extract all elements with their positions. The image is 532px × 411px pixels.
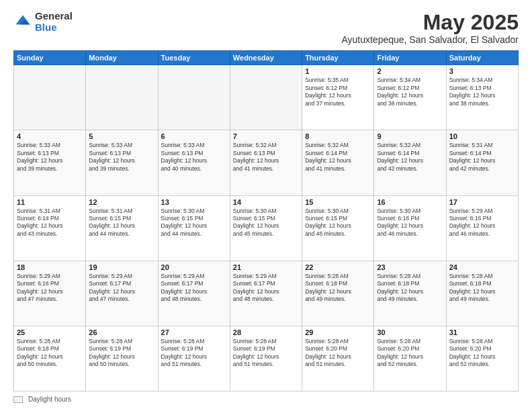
calendar-cell: 21Sunrise: 5:29 AM Sunset: 6:17 PM Dayli…	[230, 261, 302, 326]
day-info: Sunrise: 5:29 AM Sunset: 6:17 PM Dayligh…	[89, 273, 154, 304]
day-number: 7	[233, 132, 299, 140]
day-number: 30	[377, 328, 443, 336]
day-number: 23	[377, 263, 443, 271]
footer: Daylight hours	[13, 396, 519, 403]
calendar-week-1: 4Sunrise: 5:33 AM Sunset: 6:13 PM Daylig…	[14, 130, 519, 195]
month-title: May 2025	[341, 11, 519, 34]
day-info: Sunrise: 5:32 AM Sunset: 6:13 PM Dayligh…	[233, 142, 299, 173]
day-info: Sunrise: 5:31 AM Sunset: 6:14 PM Dayligh…	[449, 142, 515, 173]
day-number: 25	[17, 328, 83, 336]
calendar-cell: 20Sunrise: 5:29 AM Sunset: 6:17 PM Dayli…	[158, 261, 230, 326]
calendar-cell	[86, 65, 158, 130]
calendar-cell: 12Sunrise: 5:31 AM Sunset: 6:15 PM Dayli…	[86, 195, 158, 261]
calendar-cell: 30Sunrise: 5:28 AM Sunset: 6:20 PM Dayli…	[374, 326, 446, 391]
day-info: Sunrise: 5:29 AM Sunset: 6:17 PM Dayligh…	[161, 273, 227, 304]
day-number: 10	[449, 132, 515, 140]
calendar-cell: 5Sunrise: 5:33 AM Sunset: 6:13 PM Daylig…	[86, 130, 158, 195]
day-number: 13	[161, 198, 227, 206]
day-info: Sunrise: 5:32 AM Sunset: 6:14 PM Dayligh…	[377, 142, 443, 173]
day-number: 16	[377, 198, 443, 206]
day-number: 26	[89, 328, 154, 336]
day-info: Sunrise: 5:29 AM Sunset: 6:16 PM Dayligh…	[17, 273, 83, 304]
day-info: Sunrise: 5:28 AM Sunset: 6:18 PM Dayligh…	[17, 338, 83, 369]
logo: General Blue	[13, 11, 73, 33]
day-info: Sunrise: 5:34 AM Sunset: 6:13 PM Dayligh…	[449, 77, 515, 107]
calendar-cell	[14, 65, 86, 130]
logo-blue-label: Blue	[35, 22, 73, 34]
day-info: Sunrise: 5:35 AM Sunset: 6:12 PM Dayligh…	[305, 77, 371, 107]
day-info: Sunrise: 5:30 AM Sunset: 6:15 PM Dayligh…	[161, 208, 227, 238]
header-tuesday: Tuesday	[158, 51, 230, 65]
calendar-cell: 4Sunrise: 5:33 AM Sunset: 6:13 PM Daylig…	[14, 130, 86, 195]
day-number: 14	[233, 198, 299, 206]
day-number: 12	[89, 198, 154, 206]
day-number: 3	[449, 67, 515, 75]
day-info: Sunrise: 5:29 AM Sunset: 6:16 PM Dayligh…	[449, 208, 515, 238]
day-number: 18	[17, 263, 83, 271]
day-info: Sunrise: 5:31 AM Sunset: 6:14 PM Dayligh…	[17, 208, 83, 238]
day-info: Sunrise: 5:28 AM Sunset: 6:18 PM Dayligh…	[377, 273, 443, 304]
header-monday: Monday	[86, 51, 158, 65]
day-info: Sunrise: 5:28 AM Sunset: 6:19 PM Dayligh…	[161, 338, 227, 369]
calendar-cell: 6Sunrise: 5:33 AM Sunset: 6:13 PM Daylig…	[158, 130, 230, 195]
calendar-week-4: 25Sunrise: 5:28 AM Sunset: 6:18 PM Dayli…	[14, 326, 519, 391]
day-info: Sunrise: 5:30 AM Sunset: 6:15 PM Dayligh…	[233, 208, 299, 238]
day-number: 8	[305, 132, 371, 140]
calendar-cell	[230, 65, 302, 130]
day-number: 27	[161, 328, 227, 336]
calendar-cell: 2Sunrise: 5:34 AM Sunset: 6:12 PM Daylig…	[374, 65, 446, 130]
calendar-cell: 25Sunrise: 5:28 AM Sunset: 6:18 PM Dayli…	[14, 326, 86, 391]
logo-general-label: General	[35, 11, 73, 22]
calendar-cell: 18Sunrise: 5:29 AM Sunset: 6:16 PM Dayli…	[14, 261, 86, 326]
day-info: Sunrise: 5:32 AM Sunset: 6:14 PM Dayligh…	[305, 142, 371, 173]
calendar-cell: 31Sunrise: 5:28 AM Sunset: 6:20 PM Dayli…	[446, 326, 518, 391]
day-info: Sunrise: 5:33 AM Sunset: 6:13 PM Dayligh…	[17, 142, 83, 173]
calendar-cell	[158, 65, 230, 130]
day-number: 24	[449, 263, 515, 271]
weekday-header-row: Sunday Monday Tuesday Wednesday Thursday…	[14, 51, 519, 65]
header-friday: Friday	[374, 51, 446, 65]
day-number: 19	[89, 263, 154, 271]
calendar-cell: 26Sunrise: 5:28 AM Sunset: 6:19 PM Dayli…	[86, 326, 158, 391]
day-number: 2	[377, 67, 443, 75]
calendar-cell: 27Sunrise: 5:28 AM Sunset: 6:19 PM Dayli…	[158, 326, 230, 391]
calendar-cell: 17Sunrise: 5:29 AM Sunset: 6:16 PM Dayli…	[446, 195, 518, 261]
day-info: Sunrise: 5:28 AM Sunset: 6:20 PM Dayligh…	[449, 338, 515, 369]
day-info: Sunrise: 5:30 AM Sunset: 6:15 PM Dayligh…	[305, 208, 371, 238]
day-info: Sunrise: 5:28 AM Sunset: 6:19 PM Dayligh…	[233, 338, 299, 369]
calendar-cell: 29Sunrise: 5:28 AM Sunset: 6:20 PM Dayli…	[302, 326, 374, 391]
calendar-cell: 23Sunrise: 5:28 AM Sunset: 6:18 PM Dayli…	[374, 261, 446, 326]
day-number: 28	[233, 328, 299, 336]
day-number: 20	[161, 263, 227, 271]
calendar-week-3: 18Sunrise: 5:29 AM Sunset: 6:16 PM Dayli…	[14, 261, 519, 326]
page: General Blue May 2025 Ayutuxtepeque, San…	[0, 0, 532, 411]
day-number: 1	[305, 67, 371, 75]
day-number: 6	[161, 132, 227, 140]
day-info: Sunrise: 5:33 AM Sunset: 6:13 PM Dayligh…	[89, 142, 154, 173]
calendar-cell: 7Sunrise: 5:32 AM Sunset: 6:13 PM Daylig…	[230, 130, 302, 195]
day-info: Sunrise: 5:28 AM Sunset: 6:18 PM Dayligh…	[449, 273, 515, 304]
calendar-cell: 15Sunrise: 5:30 AM Sunset: 6:15 PM Dayli…	[302, 195, 374, 261]
day-info: Sunrise: 5:31 AM Sunset: 6:15 PM Dayligh…	[89, 208, 154, 238]
calendar-cell: 9Sunrise: 5:32 AM Sunset: 6:14 PM Daylig…	[374, 130, 446, 195]
day-info: Sunrise: 5:34 AM Sunset: 6:12 PM Dayligh…	[377, 77, 443, 107]
calendar-table: Sunday Monday Tuesday Wednesday Thursday…	[13, 50, 519, 392]
calendar-cell: 22Sunrise: 5:28 AM Sunset: 6:18 PM Dayli…	[302, 261, 374, 326]
calendar-cell: 14Sunrise: 5:30 AM Sunset: 6:15 PM Dayli…	[230, 195, 302, 261]
day-info: Sunrise: 5:28 AM Sunset: 6:20 PM Dayligh…	[305, 338, 371, 369]
day-info: Sunrise: 5:30 AM Sunset: 6:16 PM Dayligh…	[377, 208, 443, 238]
calendar-cell: 28Sunrise: 5:28 AM Sunset: 6:19 PM Dayli…	[230, 326, 302, 391]
day-number: 17	[449, 198, 515, 206]
title-block: May 2025 Ayutuxtepeque, San Salvador, El…	[341, 11, 519, 45]
day-number: 5	[89, 132, 154, 140]
day-number: 15	[305, 198, 371, 206]
calendar-cell: 1Sunrise: 5:35 AM Sunset: 6:12 PM Daylig…	[302, 65, 374, 130]
calendar-cell: 11Sunrise: 5:31 AM Sunset: 6:14 PM Dayli…	[14, 195, 86, 261]
calendar-cell: 13Sunrise: 5:30 AM Sunset: 6:15 PM Dayli…	[158, 195, 230, 261]
header-sunday: Sunday	[14, 51, 86, 65]
day-number: 11	[17, 198, 83, 206]
day-info: Sunrise: 5:33 AM Sunset: 6:13 PM Dayligh…	[161, 142, 227, 173]
location-subtitle: Ayutuxtepeque, San Salvador, El Salvador	[341, 34, 519, 45]
day-info: Sunrise: 5:28 AM Sunset: 6:18 PM Dayligh…	[305, 273, 371, 304]
daylight-box-icon	[13, 396, 23, 403]
